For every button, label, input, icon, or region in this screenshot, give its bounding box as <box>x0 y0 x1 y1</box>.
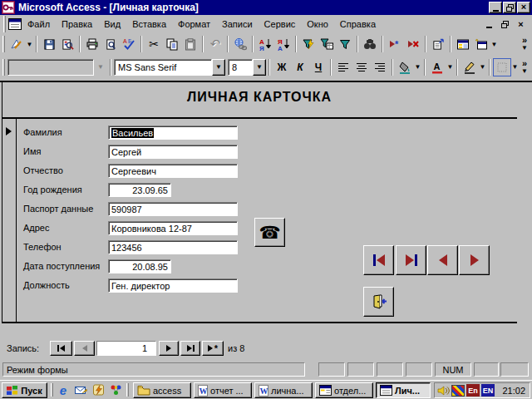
rn-previous-button[interactable] <box>74 341 95 356</box>
start-button[interactable]: Пуск <box>2 382 47 398</box>
menu-help[interactable]: Справка <box>334 17 382 31</box>
close-button[interactable]: × <box>517 2 530 13</box>
quicklaunch-winamp-button[interactable] <box>91 383 106 397</box>
child-minimize-button[interactable] <box>483 19 495 30</box>
field-input-firstname[interactable]: Сергей <box>108 145 238 159</box>
menu-file[interactable]: Файл <box>22 17 56 31</box>
quicklaunch-mail-button[interactable] <box>73 383 88 397</box>
menu-view[interactable]: Вид <box>98 17 126 31</box>
rn-first-button[interactable] <box>50 341 72 356</box>
field-input-address[interactable]: Коровникова 12-87 <box>108 221 238 235</box>
toolbar-grip[interactable] <box>2 59 5 76</box>
sort-ascending-button[interactable]: АЯ <box>256 35 274 53</box>
line-color-dropdown-icon[interactable]: ▼ <box>479 63 486 71</box>
filter-by-selection-button[interactable] <box>299 35 318 53</box>
field-input-passport[interactable]: 590987 <box>108 202 238 216</box>
filter-by-form-button[interactable] <box>318 35 336 53</box>
undo-button[interactable]: ↶ <box>206 35 224 53</box>
view-dropdown-icon[interactable]: ▼ <box>26 41 33 48</box>
font-color-button[interactable]: А <box>428 58 446 76</box>
task-word-personal[interactable]: W лична... <box>254 382 313 398</box>
first-record-button[interactable] <box>363 245 394 275</box>
volume-icon[interactable] <box>437 385 450 397</box>
task-access-card-active[interactable]: Лич... <box>376 382 431 398</box>
font-combo[interactable]: MS Sans Serif ▼ <box>114 59 225 76</box>
new-object-button[interactable] <box>472 35 490 53</box>
field-input-patronymic[interactable]: Сергеевич <box>108 164 238 178</box>
quicklaunch-channels-button[interactable] <box>108 383 123 397</box>
child-restore-button[interactable] <box>499 19 511 30</box>
special-effect-button[interactable] <box>493 58 511 76</box>
more-buttons-chevron[interactable]: »▼ <box>520 37 531 52</box>
spelling-button[interactable]: АБ <box>120 35 138 53</box>
language-indicator-2[interactable]: EN <box>481 384 495 397</box>
menu-tools[interactable]: Сервис <box>259 17 302 31</box>
print-button[interactable] <box>83 35 101 53</box>
save-button[interactable] <box>40 35 58 53</box>
new-object-dropdown-icon[interactable]: ▼ <box>490 41 498 48</box>
paste-button[interactable] <box>181 35 200 53</box>
find-file-button[interactable] <box>58 35 76 53</box>
access-app-icon[interactable] <box>2 1 15 14</box>
last-record-button[interactable] <box>396 245 426 275</box>
current-record-input[interactable]: 1 <box>96 341 156 356</box>
fill-color-button[interactable] <box>396 58 414 76</box>
task-access-folder[interactable]: access <box>133 382 191 398</box>
quicklaunch-ie-button[interactable]: e <box>56 383 71 397</box>
copy-button[interactable] <box>163 35 181 53</box>
align-right-button[interactable] <box>371 58 389 76</box>
record-selector-arrow[interactable] <box>6 127 12 135</box>
field-input-phone[interactable]: 123456 <box>108 240 238 254</box>
child-close-button[interactable]: × <box>515 19 527 30</box>
menu-grip[interactable] <box>3 16 6 32</box>
view-button[interactable] <box>7 35 26 53</box>
menu-records[interactable]: Записи <box>216 17 259 31</box>
line-color-button[interactable] <box>461 58 479 76</box>
sort-descending-button[interactable]: ЯА <box>274 35 293 53</box>
previous-record-button[interactable] <box>427 245 458 275</box>
fill-color-dropdown-icon[interactable]: ▼ <box>414 63 421 71</box>
language-indicator-1[interactable]: En <box>466 384 480 397</box>
rn-new-record-button[interactable]: * <box>202 341 224 356</box>
font-color-dropdown-icon[interactable]: ▼ <box>446 63 454 71</box>
apply-filter-button[interactable] <box>336 35 354 53</box>
align-center-button[interactable] <box>352 58 371 76</box>
object-combo[interactable]: ▼ <box>7 59 107 76</box>
new-record-button[interactable]: * <box>386 35 404 53</box>
font-combo-dropdown-icon[interactable]: ▼ <box>212 59 225 76</box>
exit-form-button[interactable] <box>363 287 394 317</box>
taskbar-grip[interactable] <box>51 383 53 397</box>
task-word-report[interactable]: W отчет ... <box>194 382 252 398</box>
menu-format[interactable]: Формат <box>172 17 216 31</box>
bold-button[interactable]: Ж <box>273 58 291 76</box>
taskbar-grip[interactable] <box>126 383 129 397</box>
dial-phone-button[interactable]: ☎ <box>254 218 285 247</box>
more-buttons-chevron[interactable]: »▼ <box>520 60 531 75</box>
font-size-combo[interactable]: 8 ▼ <box>228 59 266 76</box>
field-input-birthdate[interactable]: 23.09.65 <box>108 183 171 197</box>
insert-hyperlink-button[interactable] <box>231 35 249 53</box>
database-window-button[interactable] <box>454 35 472 53</box>
keyboard-layout-icon[interactable] <box>451 385 465 397</box>
menu-insert[interactable]: Вставка <box>126 17 172 31</box>
rn-next-button[interactable] <box>159 341 179 356</box>
underline-button[interactable]: Ч <box>309 58 328 76</box>
menu-edit[interactable]: Правка <box>56 17 98 31</box>
align-left-button[interactable] <box>334 58 352 76</box>
minimize-button[interactable] <box>489 2 502 13</box>
task-access-department[interactable]: отдел... <box>315 382 373 398</box>
next-record-button[interactable] <box>459 245 490 275</box>
rn-last-button[interactable] <box>180 341 200 356</box>
properties-button[interactable] <box>429 35 447 53</box>
field-input-hiredate[interactable]: 20.08.95 <box>108 259 171 273</box>
toolbar-grip[interactable] <box>2 36 5 52</box>
delete-record-button[interactable] <box>404 35 422 53</box>
menu-window[interactable]: Окно <box>301 17 334 31</box>
field-input-surname[interactable]: Васильев <box>108 126 238 140</box>
special-effect-dropdown-icon[interactable]: ▼ <box>511 63 519 71</box>
object-combo-dropdown-icon[interactable]: ▼ <box>94 59 107 76</box>
restore-button[interactable] <box>503 2 516 13</box>
italic-button[interactable]: К <box>291 58 309 76</box>
field-input-position[interactable]: Ген. директор <box>108 278 238 293</box>
font-size-dropdown-icon[interactable]: ▼ <box>253 59 266 76</box>
